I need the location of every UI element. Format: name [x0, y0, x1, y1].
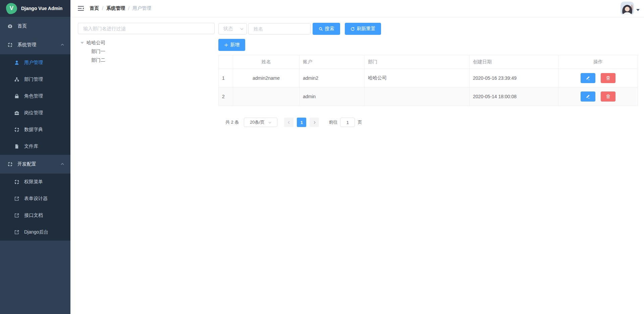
- tree-node-child[interactable]: 部门一: [78, 47, 215, 56]
- column-header-index: [219, 55, 233, 69]
- edit-button[interactable]: [581, 91, 595, 102]
- search-button[interactable]: 搜索: [313, 23, 340, 35]
- search-icon: [319, 27, 323, 31]
- cell-dept: [365, 87, 470, 106]
- dashboard-icon: [7, 23, 13, 29]
- sidebar-item-devconfig[interactable]: 开发配置: [0, 155, 70, 174]
- breadcrumb-home[interactable]: 首页: [90, 5, 99, 11]
- sidebar-item-files[interactable]: 文件库: [0, 138, 70, 155]
- refresh-reset-button-label: 刷新重置: [357, 26, 376, 32]
- sidebar-item-api-docs[interactable]: 接口文档: [0, 207, 70, 224]
- name-input[interactable]: [248, 23, 311, 35]
- refresh-reset-button[interactable]: 刷新重置: [345, 23, 381, 35]
- chevron-down-icon: [240, 27, 244, 31]
- chevron-right-icon: [313, 121, 316, 124]
- goto-label: 前往: [329, 119, 337, 125]
- page-number-button[interactable]: 1: [297, 118, 306, 127]
- sidebar-item-label: 用户管理: [24, 60, 43, 66]
- tree-node-child[interactable]: 部门二: [78, 56, 215, 65]
- avatar[interactable]: [621, 2, 634, 15]
- column-header-dept: 部门: [365, 55, 470, 69]
- plus-icon: [224, 43, 228, 47]
- app-title: Django Vue Admin: [21, 6, 62, 11]
- breadcrumb: 首页 / 系统管理 / 用户管理: [90, 5, 151, 11]
- cell-index: 1: [219, 69, 233, 87]
- lock-icon: [14, 93, 19, 99]
- user-menu[interactable]: [621, 2, 644, 15]
- status-select-placeholder: 状态: [223, 26, 237, 32]
- chevron-left-icon: [287, 121, 291, 124]
- sidebar-item-label: 部门管理: [24, 76, 43, 82]
- sidebar-menu: 首页 系统管理 用户管理 部门管理: [0, 17, 70, 241]
- cell-actions: [558, 69, 638, 87]
- chevron-up-icon: [60, 43, 64, 47]
- cell-created: 2020-05-14 18:00:08: [470, 87, 558, 106]
- filter-row: 状态 搜索 刷新重置: [218, 23, 638, 35]
- department-tree: 哈哈公司 部门一 部门二: [78, 39, 215, 65]
- sitemap-icon: [14, 77, 19, 82]
- sidebar-item-departments[interactable]: 部门管理: [0, 71, 70, 88]
- sidebar-item-dictionary[interactable]: 数据字典: [0, 121, 70, 138]
- caret-down-icon[interactable]: [80, 42, 84, 44]
- trash-icon: [606, 76, 610, 80]
- edit-button[interactable]: [581, 73, 595, 83]
- table-header-row: 姓名 账户 部门 创建日期 操作: [219, 55, 638, 69]
- breadcrumb-separator: /: [102, 6, 103, 11]
- cell-index: 2: [219, 87, 233, 106]
- edit-icon: [586, 76, 590, 80]
- submenu-system: 用户管理 部门管理 角色管理 岗位管理: [0, 54, 70, 155]
- breadcrumb-current: 用户管理: [132, 5, 151, 11]
- page-size-select[interactable]: 20条/页: [244, 118, 277, 127]
- column-header-name: 姓名: [233, 55, 300, 69]
- users-table: 姓名 账户 部门 创建日期 操作 1 admin2name admin2 哈哈公…: [218, 55, 638, 106]
- status-select[interactable]: 状态: [218, 23, 247, 35]
- pagination-total: 共 2 条: [225, 119, 239, 125]
- briefcase-icon: [14, 110, 19, 116]
- prev-page-button[interactable]: [284, 118, 293, 127]
- sidebar-item-label: 岗位管理: [24, 110, 43, 116]
- app-logo[interactable]: V Django Vue Admin: [0, 0, 70, 17]
- external-link-icon: [14, 230, 19, 235]
- component-icon: [7, 42, 13, 48]
- breadcrumb-separator: /: [128, 6, 129, 11]
- sidebar-item-permission-menu[interactable]: 权限菜单: [0, 174, 70, 190]
- navbar: 首页 / 系统管理 / 用户管理: [70, 0, 644, 17]
- page-size-value: 20条/页: [250, 119, 265, 125]
- sidebar-item-django-admin[interactable]: Django后台: [0, 224, 70, 241]
- chevron-up-icon: [60, 162, 64, 166]
- cell-name: [233, 87, 300, 106]
- dept-filter-input[interactable]: [78, 23, 215, 34]
- delete-button[interactable]: [601, 91, 615, 102]
- trash-icon: [606, 94, 610, 99]
- cell-dept: 哈哈公司: [365, 69, 470, 87]
- next-page-button[interactable]: [310, 118, 319, 127]
- refresh-icon: [351, 27, 355, 31]
- sidebar-item-roles[interactable]: 角色管理: [0, 88, 70, 105]
- goto-page-input[interactable]: [340, 118, 355, 127]
- breadcrumb-system[interactable]: 系统管理: [106, 5, 125, 11]
- component-icon: [14, 127, 19, 132]
- table-row: 1 admin2name admin2 哈哈公司 2020-05-16 23:3…: [219, 69, 638, 87]
- sidebar-item-form-designer[interactable]: 表单设计器: [0, 190, 70, 207]
- logo-letter: V: [10, 5, 13, 12]
- external-link-icon: [14, 213, 19, 218]
- tree-node-label: 部门二: [91, 57, 105, 63]
- hamburger-icon[interactable]: [70, 5, 90, 11]
- document-icon: [14, 144, 19, 149]
- toolbar: 新增: [218, 39, 638, 51]
- department-panel: 哈哈公司 部门一 部门二: [78, 23, 215, 314]
- sidebar-item-label: Django后台: [24, 229, 48, 235]
- delete-button[interactable]: [601, 73, 615, 83]
- sidebar-item-system[interactable]: 系统管理: [0, 36, 70, 54]
- add-button[interactable]: 新增: [218, 39, 245, 51]
- submenu-devconfig: 权限菜单 表单设计器 接口文档 Django后台: [0, 174, 70, 241]
- sidebar-item-users[interactable]: 用户管理: [0, 54, 70, 71]
- sidebar-item-label: 角色管理: [24, 93, 43, 99]
- column-header-account: 账户: [300, 55, 365, 69]
- caret-down-icon[interactable]: [636, 9, 640, 11]
- component-icon: [14, 179, 19, 185]
- sidebar-item-positions[interactable]: 岗位管理: [0, 105, 70, 121]
- user-panel: 状态 搜索 刷新重置 新增 姓名: [218, 23, 638, 314]
- tree-node-root[interactable]: 哈哈公司: [78, 39, 215, 47]
- sidebar-item-home[interactable]: 首页: [0, 17, 70, 36]
